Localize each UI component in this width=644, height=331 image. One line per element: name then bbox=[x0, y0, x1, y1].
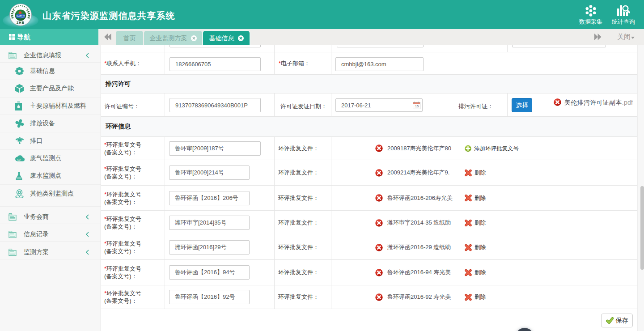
svg-text:15: 15 bbox=[415, 104, 419, 108]
svg-text:ZHB: ZHB bbox=[17, 21, 25, 24]
svg-text:co: co bbox=[17, 158, 21, 161]
